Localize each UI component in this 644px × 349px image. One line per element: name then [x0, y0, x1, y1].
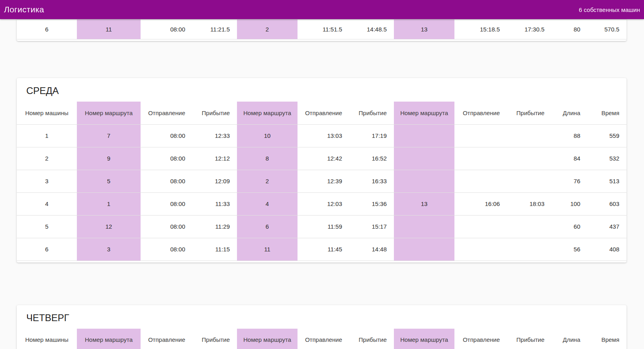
table-cell: 570.5 [587, 20, 626, 39]
column-header: Прибытие [507, 329, 552, 349]
table-cell: 16:33 [349, 170, 394, 192]
app-title: Логистика [4, 5, 44, 14]
table-cell [394, 215, 454, 238]
table-cell: 56 [552, 238, 587, 261]
table-row: 3508:0012:09212:3916:3376513 [17, 170, 626, 192]
column-header: Номер маршрута [77, 102, 141, 124]
table-cell: 5 [17, 215, 77, 238]
table-cell: 2 [17, 147, 77, 170]
table-cell: 11:29 [192, 215, 237, 238]
table-cell: 16:06 [454, 192, 507, 215]
table-cell: 15:17 [349, 215, 394, 238]
table-cell: 84 [552, 147, 587, 170]
table-cell: 532 [587, 147, 626, 170]
table-cell: 17:19 [349, 124, 394, 147]
vehicle-count-label: 6 собственных машин [579, 6, 640, 13]
table-row: 1708:0012:331013:0317:1988559 [17, 124, 626, 147]
day-title-thursday: ЧЕТВЕРГ [17, 305, 626, 329]
table-cell [394, 124, 454, 147]
column-header: Прибытие [192, 329, 237, 349]
column-header: Номер маршрута [394, 329, 454, 349]
table-cell: 15:36 [349, 192, 394, 215]
table-cell: 18:03 [507, 192, 552, 215]
table-cell [507, 147, 552, 170]
table-cell: 408 [587, 238, 626, 261]
column-header: Длина [552, 102, 587, 124]
table-cell [394, 147, 454, 170]
table-cell: 11:51.5 [298, 20, 349, 39]
column-header: Отправление [141, 102, 192, 124]
column-header: Отправление [298, 329, 349, 349]
wednesday-table-body: 1708:0012:331013:0317:19885592908:0012:1… [17, 124, 626, 261]
column-header: Прибытие [349, 329, 394, 349]
table-cell: 76 [552, 170, 587, 192]
previous-day-table: 61108:0011:21.5211:51.514:48.51315:18.51… [17, 19, 626, 39]
table-cell: 08:00 [141, 192, 192, 215]
table-cell: 100 [552, 192, 587, 215]
column-header: Номер маршрута [237, 102, 298, 124]
table-cell: 08:00 [141, 238, 192, 261]
table-cell: 13 [394, 20, 454, 39]
column-header: Номер машины [17, 102, 77, 124]
table-cell: 88 [552, 124, 587, 147]
table-cell: 10 [237, 124, 298, 147]
table-cell: 12:42 [298, 147, 349, 170]
table-cell: 3 [17, 170, 77, 192]
table-cell: 08:00 [141, 147, 192, 170]
table-cell [394, 238, 454, 261]
column-header: Прибытие [349, 102, 394, 124]
table-row: 2908:0012:12812:4216:5284532 [17, 147, 626, 170]
table-cell: 7 [77, 124, 141, 147]
table-cell: 12:39 [298, 170, 349, 192]
table-cell: 6 [237, 215, 298, 238]
thursday-table: Номер машиныНомер маршрутаОтправлениеПри… [17, 329, 626, 349]
column-header: Время [587, 102, 626, 124]
column-header: Прибытие [507, 102, 552, 124]
table-cell: 16:52 [349, 147, 394, 170]
column-header: Отправление [454, 102, 507, 124]
column-header: Отправление [298, 102, 349, 124]
table-cell [394, 170, 454, 192]
table-cell: 08:00 [141, 170, 192, 192]
table-cell: 5 [77, 170, 141, 192]
table-cell: 08:00 [141, 20, 192, 39]
table-row: 51208:0011:29611:5915:1760437 [17, 215, 626, 238]
table-cell [507, 170, 552, 192]
table-cell: 559 [587, 124, 626, 147]
table-cell: 13 [394, 192, 454, 215]
table-row: 4108:0011:33412:0315:361316:0618:0310060… [17, 192, 626, 215]
previous-day-table-body: 61108:0011:21.5211:51.514:48.51315:18.51… [17, 20, 626, 39]
column-header: Номер машины [17, 329, 77, 349]
table-cell: 1 [17, 124, 77, 147]
table-cell [454, 215, 507, 238]
table-cell [507, 238, 552, 261]
table-cell: 11:45 [298, 238, 349, 261]
table-cell: 12:09 [192, 170, 237, 192]
wednesday-table: Номер машиныНомер маршрутаОтправлениеПри… [17, 102, 626, 261]
main-content: 61108:0011:21.5211:51.514:48.51315:18.51… [0, 0, 644, 349]
table-cell: 6 [17, 238, 77, 261]
table-cell: 15:18.5 [454, 20, 507, 39]
table-cell: 1 [77, 192, 141, 215]
table-row: 61108:0011:21.5211:51.514:48.51315:18.51… [17, 20, 626, 39]
table-cell: 12:03 [298, 192, 349, 215]
table-cell: 12 [77, 215, 141, 238]
previous-day-card-partial: 61108:0011:21.5211:51.514:48.51315:18.51… [17, 19, 626, 41]
column-header: Номер маршрута [237, 329, 298, 349]
table-cell: 12:33 [192, 124, 237, 147]
thursday-table-head: Номер машиныНомер маршрутаОтправлениеПри… [17, 329, 626, 349]
table-cell: 8 [237, 147, 298, 170]
table-cell: 08:00 [141, 215, 192, 238]
table-cell: 13:03 [298, 124, 349, 147]
day-title-wednesday: СРЕДА [17, 78, 626, 102]
table-cell: 2 [237, 20, 298, 39]
table-cell: 11:21.5 [192, 20, 237, 39]
table-cell [454, 238, 507, 261]
table-cell [454, 124, 507, 147]
table-cell: 6 [17, 20, 77, 39]
table-cell: 11 [77, 20, 141, 39]
table-cell: 513 [587, 170, 626, 192]
table-cell: 2 [237, 170, 298, 192]
table-cell: 4 [17, 192, 77, 215]
table-cell: 11:33 [192, 192, 237, 215]
